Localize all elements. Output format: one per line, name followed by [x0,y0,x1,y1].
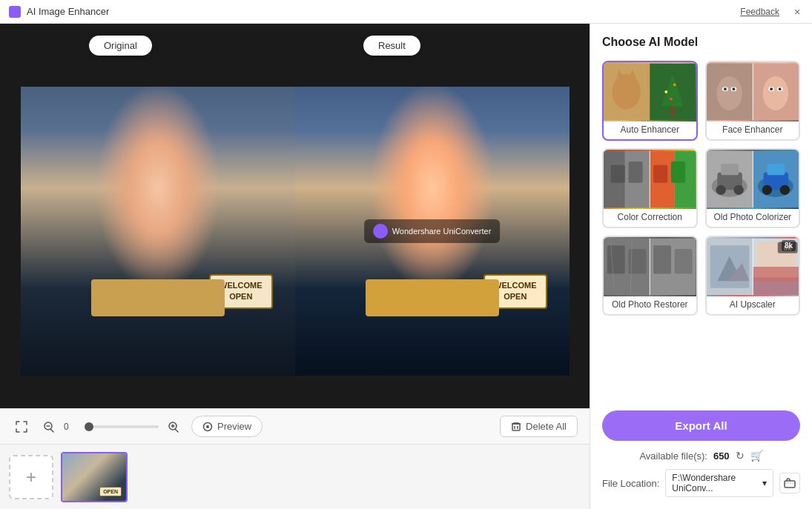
file-location-dropdown-icon[interactable]: ▾ [762,478,767,488]
zoom-group: 0 [40,418,182,436]
svg-rect-9 [512,424,520,430]
svg-point-29 [732,87,735,90]
svg-rect-50 [721,164,739,175]
svg-point-51 [716,185,725,195]
file-location-browse-button[interactable] [779,473,800,493]
model-label-ai-upscaler: AI Upscaler [707,296,799,314]
model-image-auto-enhancer [604,62,696,122]
close-button[interactable]: × [791,6,803,18]
model-image-ai-upscaler: 8k [707,237,799,296]
toolbar-fit-group [12,417,31,436]
available-files: Available file(s): 650 ↻ 🛒 [602,450,800,462]
result-label: Result [363,36,420,56]
available-files-count: 650 [713,450,730,462]
image-view-area: Original Result WELCOME OPEN [0,24,590,408]
model-image-face-enhancer [707,62,799,122]
model-label-color-correction: Color Correction [604,209,696,227]
svg-rect-44 [653,165,667,183]
model-image-old-photo-colorizer [707,150,799,209]
images-container: WELCOME OPEN WELCOME OPEN [0,24,590,408]
original-image: WELCOME OPEN [21,87,295,376]
thumbnail-item[interactable]: OPEN [61,452,128,502]
zoom-slider[interactable] [85,425,159,428]
result-image-slot: WELCOME OPEN Wondershare UniConverter [295,87,570,376]
svg-rect-78 [753,281,799,295]
bottom-section: Export All Available file(s): 650 ↻ 🛒 Fi… [602,410,800,497]
delete-all-button[interactable]: Delete All [500,416,578,437]
model-label-old-photo-colorizer: Old Photo Colorizer [707,209,799,227]
feedback-link[interactable]: Feedback [740,7,779,17]
zoom-out-button[interactable] [40,418,58,436]
toolbar: 0 Preview Delete All [0,408,590,444]
svg-point-34 [778,87,781,90]
sign-line2: OPEN [219,291,262,302]
svg-point-20 [664,90,667,93]
watermark: Wondershare UniConverter [364,219,501,243]
cart-icon[interactable]: 🛒 [750,450,763,462]
sign-line1-result: WELCOME [494,280,536,291]
svg-point-22 [670,98,673,101]
model-image-old-photo-restorer [604,237,696,296]
model-card-old-photo-restorer[interactable]: Old Photo Restorer [602,236,698,316]
fit-screen-button[interactable] [12,417,31,436]
model-card-ai-upscaler[interactable]: 8k AI Upscaler [705,236,801,316]
model-label-face-enhancer: Face Enhancer [707,122,799,139]
svg-point-15 [612,74,640,110]
model-card-color-correction[interactable]: Color Correction [602,148,698,228]
svg-point-30 [762,76,788,110]
svg-point-21 [673,84,676,87]
main-content: Original Result WELCOME OPEN [0,24,812,509]
svg-point-25 [716,76,742,110]
welcome-sign-result: WELCOME OPEN [483,274,547,309]
preview-button[interactable]: Preview [191,416,263,437]
refresh-icon[interactable]: ↻ [736,450,745,462]
original-label: Original [89,36,152,56]
model-label-auto-enhancer: Auto Enhancer [604,122,696,139]
panel-title: Choose AI Model [602,36,800,49]
svg-rect-39 [611,165,625,183]
app-title: AI Image Enhancer [27,6,109,17]
svg-point-57 [762,185,771,195]
zoom-value: 0 [64,422,79,432]
original-image-slot: WELCOME OPEN [21,87,295,376]
thumbnail-sign: OPEN [99,487,122,496]
svg-rect-56 [767,164,785,175]
file-location-row: File Location: F:\Wondershare UniConv...… [602,469,800,497]
svg-rect-40 [629,162,643,183]
svg-point-8 [206,425,209,428]
available-files-label: Available file(s): [639,450,707,462]
svg-text:8k: 8k [783,244,791,252]
delete-all-label: Delete All [526,421,567,432]
svg-rect-67 [653,245,671,273]
svg-line-6 [176,429,179,432]
title-bar: AI Image Enhancer Feedback × [0,0,812,24]
svg-point-52 [733,185,743,195]
export-all-button[interactable]: Export All [602,410,800,441]
model-grid: Auto Enhancer [602,61,800,316]
model-card-face-enhancer[interactable]: Face Enhancer [705,61,801,141]
right-panel: Choose AI Model [590,24,812,509]
svg-line-2 [51,429,54,432]
filmstrip: + OPEN [0,444,590,509]
svg-point-33 [770,87,773,90]
watermark-logo-icon [373,224,388,239]
sign-line2-result: OPEN [494,291,536,302]
file-location-label: File Location: [602,478,659,489]
app-logo-icon [9,6,21,18]
preview-label: Preview [217,421,251,432]
file-location-path: F:\Wondershare UniConv... ▾ [665,469,773,497]
svg-rect-62 [607,245,625,273]
model-card-auto-enhancer[interactable]: Auto Enhancer [602,61,698,141]
app-window: AI Image Enhancer Feedback × Original Re… [0,0,812,509]
title-bar-left: AI Image Enhancer [9,6,109,18]
sign-line1: WELCOME [219,280,262,291]
model-image-color-correction [604,150,696,209]
model-card-old-photo-colorizer[interactable]: Old Photo Colorizer [705,148,801,228]
title-bar-right: Feedback × [740,6,803,18]
zoom-in-button[interactable] [165,418,182,436]
svg-rect-82 [785,481,795,488]
file-location-path-text: F:\Wondershare UniConv... [672,473,762,493]
add-file-button[interactable]: + [9,455,53,499]
model-label-old-photo-restorer: Old Photo Restorer [604,296,696,314]
watermark-text: Wondershare UniConverter [392,227,492,236]
